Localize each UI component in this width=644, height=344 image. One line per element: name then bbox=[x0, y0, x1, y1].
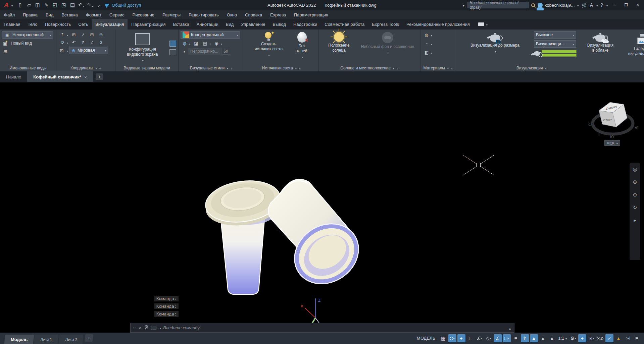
current-view-dropdown[interactable]: ▣ Несохраненный bbox=[2, 31, 53, 39]
status-icon[interactable]: ▲ bbox=[548, 334, 556, 342]
store-cart-icon[interactable]: 🛒 bbox=[581, 2, 587, 8]
new-drawing-tab-button[interactable] bbox=[96, 73, 103, 80]
panel-launcher-icon[interactable] bbox=[99, 66, 101, 70]
status-icon[interactable]: ▲ bbox=[614, 334, 623, 342]
status-icon[interactable]: ⇑ bbox=[521, 334, 529, 342]
ucs-tool[interactable]: ⊟ bbox=[88, 31, 96, 38]
command-expand-icon[interactable] bbox=[508, 325, 511, 331]
menu-item[interactable]: Размеры bbox=[158, 10, 185, 19]
ribbon-tab[interactable]: Надстройки bbox=[290, 19, 321, 30]
ucs-tool[interactable]: ⊕ bbox=[97, 31, 105, 38]
menu-item[interactable]: Вставка bbox=[57, 10, 82, 19]
qat-button[interactable]: ✎ bbox=[42, 1, 50, 9]
qat-button[interactable]: ▱ bbox=[25, 1, 33, 9]
ucs-tool[interactable]: ↗ bbox=[79, 31, 87, 38]
command-close-icon[interactable] bbox=[138, 325, 141, 331]
navbar-tool[interactable]: ▸ bbox=[634, 217, 636, 223]
ribbon-tab[interactable]: Вид bbox=[222, 19, 238, 30]
sun-position-button[interactable]: Положение солнца bbox=[324, 31, 354, 64]
ucs-tool[interactable]: ⊞ bbox=[70, 31, 78, 38]
command-input[interactable]: Введите команду bbox=[151, 324, 506, 331]
help-icon[interactable]: ? bbox=[600, 2, 603, 8]
layout-tab[interactable]: Лист1 bbox=[34, 335, 59, 344]
panel-launcher-icon[interactable] bbox=[450, 66, 453, 70]
new-layout-button[interactable] bbox=[85, 334, 93, 342]
panel-launcher-icon[interactable] bbox=[298, 66, 301, 70]
material-tool[interactable]: ◧ bbox=[423, 49, 433, 56]
status-icon[interactable]: ⇲ bbox=[624, 334, 632, 342]
status-icon[interactable]: ⚙▾ bbox=[569, 334, 577, 342]
render-in-cloud-button[interactable]: Визуализация в облаке bbox=[582, 31, 619, 64]
autodesk-app-icon[interactable]: A bbox=[590, 2, 593, 8]
search-expand-icon[interactable] bbox=[463, 3, 465, 8]
ribbon-tab[interactable]: Сеть bbox=[75, 19, 92, 30]
status-icon[interactable]: + bbox=[578, 334, 586, 342]
status-icon[interactable]: ≡ bbox=[633, 334, 641, 342]
viewcube-compass-w[interactable]: З bbox=[598, 132, 600, 136]
ribbon-tab[interactable]: Визуализация bbox=[92, 19, 128, 30]
status-icon[interactable]: ✓ bbox=[605, 334, 613, 342]
status-icon[interactable]: ⊡▾ bbox=[587, 334, 595, 342]
status-icon[interactable]: ∷▾ bbox=[448, 334, 456, 342]
status-icon[interactable]: ▦ bbox=[439, 334, 447, 342]
opacity-icon[interactable]: ◑ bbox=[181, 48, 187, 55]
navbar-tool[interactable]: ⊕ bbox=[633, 179, 637, 185]
visual-style-dropdown[interactable]: Концептуальный bbox=[181, 31, 240, 39]
qat-button[interactable]: ◫ bbox=[34, 1, 42, 9]
menu-item[interactable]: Express bbox=[266, 10, 290, 19]
search-input[interactable]: Введите ключевое слово/фразу bbox=[467, 2, 529, 8]
command-customize-icon[interactable] bbox=[144, 326, 148, 330]
ucs-dropdown[interactable]: ⊕ Мировая bbox=[69, 47, 108, 54]
qat-button[interactable]: ⌄ bbox=[95, 1, 103, 9]
viewcube-compass-e[interactable]: В bbox=[634, 125, 639, 130]
ucs-tool[interactable]: ↱ bbox=[79, 39, 87, 46]
qat-button[interactable]: ↷ bbox=[86, 1, 94, 9]
menu-item[interactable]: Формат bbox=[82, 10, 105, 19]
layout-tab[interactable]: Лист2 bbox=[58, 335, 83, 344]
visual-style-tool[interactable]: ◪ bbox=[192, 40, 200, 47]
ribbon-tab[interactable]: Аннотации bbox=[193, 19, 222, 30]
viewcube[interactable]: Сверху Слева С В Ю З bbox=[587, 93, 640, 146]
viewcube-compass-s[interactable]: Ю bbox=[610, 135, 614, 139]
file-tab-start[interactable]: Начало bbox=[0, 71, 27, 82]
minimize-button[interactable] bbox=[610, 3, 619, 7]
share-button[interactable]: Общий доступ bbox=[105, 3, 141, 8]
visual-style-tool[interactable]: ◍ bbox=[181, 40, 191, 47]
ribbon-tab[interactable]: Управление bbox=[237, 19, 269, 30]
visual-style-tool[interactable]: ◉ bbox=[212, 40, 223, 47]
command-line[interactable]: Введите команду bbox=[130, 323, 514, 333]
menu-item[interactable]: Сервис bbox=[105, 10, 129, 19]
ribbon-tab[interactable]: Рекомендованные приложения bbox=[403, 19, 474, 30]
qat-button[interactable]: ◳ bbox=[60, 1, 68, 9]
navbar-tool[interactable]: ◎ bbox=[633, 166, 637, 172]
file-tab-document[interactable]: Кофейный стаканчик* bbox=[27, 71, 93, 82]
status-icon[interactable]: ∠ bbox=[494, 334, 502, 342]
render-gallery-button[interactable]: Галерея визуализаци... bbox=[624, 31, 644, 64]
viewport-configuration-button[interactable]: Конфигурация видового экрана bbox=[117, 31, 167, 64]
ribbon-tab[interactable]: Вставка bbox=[169, 19, 193, 30]
render-to-size-button[interactable]: Визуализация до размера bbox=[461, 31, 529, 64]
status-icon[interactable]: ∟ bbox=[466, 334, 475, 342]
sky-background-button[interactable]: Небесный фон и освещение bbox=[359, 31, 416, 64]
menu-item[interactable]: Окно bbox=[223, 10, 241, 19]
new-view-button[interactable]: ▣✦ Новый вид bbox=[2, 40, 54, 47]
status-icon[interactable]: ◇▾ bbox=[485, 334, 493, 342]
view-manager-button[interactable]: ⊞ bbox=[2, 48, 54, 55]
ribbon-tab[interactable]: Express Tools bbox=[368, 19, 403, 30]
ucs-tool[interactable]: Z bbox=[88, 39, 96, 46]
recent-commands-icon[interactable] bbox=[151, 326, 156, 330]
status-icon[interactable]: x.o bbox=[596, 334, 604, 342]
ribbon-tab[interactable]: Совместная работа bbox=[321, 19, 368, 30]
material-tool[interactable]: ◔ bbox=[423, 40, 433, 47]
status-icon[interactable]: ▲ bbox=[530, 334, 538, 342]
ucs-named-icon[interactable]: ⊡ bbox=[58, 47, 65, 54]
autodesk-caret-icon[interactable] bbox=[596, 3, 598, 8]
ribbon-tab[interactable]: Вывод bbox=[269, 19, 290, 30]
restore-button[interactable] bbox=[622, 3, 631, 7]
viewport-join-icon[interactable] bbox=[169, 41, 176, 47]
autocad-logo-icon[interactable]: A bbox=[2, 1, 11, 9]
panel-launcher-icon[interactable] bbox=[396, 66, 399, 70]
status-icon[interactable]: ▲ bbox=[539, 334, 547, 342]
menu-item[interactable]: Справка bbox=[241, 10, 266, 19]
opacity-slider[interactable]: Непрозрачно... bbox=[188, 48, 220, 55]
